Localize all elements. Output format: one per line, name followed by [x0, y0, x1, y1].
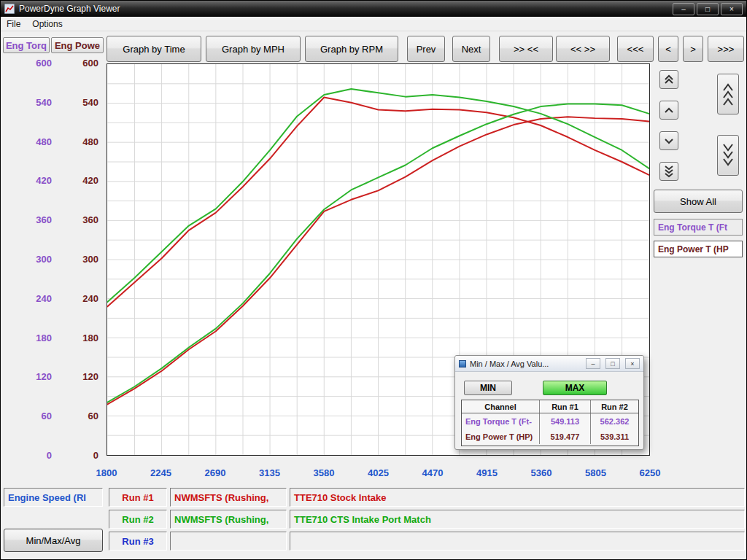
menu-bar: FileOptions: [1, 17, 746, 31]
run-label-2[interactable]: Run #2: [109, 510, 167, 529]
col-run2[interactable]: Run #2: [590, 400, 638, 413]
x-tick: 3580: [314, 467, 335, 478]
graph-by-rpm-button[interactable]: Graph by RPM: [305, 36, 398, 62]
chevron-up-icon: [664, 106, 674, 114]
scale-down-fast-button[interactable]: [659, 162, 678, 181]
min-max-avg-button[interactable]: Min/Max/Avg: [4, 529, 103, 552]
dialog-restore-button[interactable]: □: [605, 358, 620, 369]
prev-button[interactable]: Prev: [407, 36, 445, 62]
minmax-channel: Eng Torque T (Ft-: [462, 417, 539, 426]
page-left-button[interactable]: <<<: [617, 36, 654, 62]
minmax-row: Eng Power T (HP)519.477539.311: [462, 429, 638, 444]
x-tick: 4915: [476, 467, 498, 478]
max-button[interactable]: MAX: [543, 381, 607, 395]
run-label-3[interactable]: Run #3: [109, 532, 167, 551]
y-tick: 180: [36, 332, 52, 344]
minmax-channel: Eng Power T (HP): [462, 432, 539, 441]
y-tick: 120: [36, 371, 52, 383]
y-tick: 60: [42, 411, 52, 422]
legend-eng-power[interactable]: Eng Power T (HP: [654, 241, 743, 257]
col-run1[interactable]: Run #1: [539, 400, 590, 413]
y-tick: 120: [82, 371, 98, 383]
graph-by-time-button[interactable]: Graph by Time: [107, 36, 201, 62]
scale-up-button[interactable]: [659, 101, 678, 120]
x-axis: 1800224526903135358040254470491553605805…: [1, 467, 746, 481]
min-button[interactable]: MIN: [464, 381, 512, 395]
page-right-button[interactable]: >>>: [708, 36, 744, 62]
y-tick: 0: [47, 450, 52, 462]
minmax-run2-value: 539.311: [590, 429, 638, 444]
next-button[interactable]: Next: [452, 36, 490, 62]
y-tick: 480: [36, 136, 52, 148]
run-label-1[interactable]: Run #1: [109, 488, 167, 507]
x-tick: 5360: [531, 467, 552, 478]
graph-by-mph-button[interactable]: Graph by MPH: [206, 36, 301, 62]
powerdyne-window: PowerDyne Graph Viewer – □ × FileOptions…: [0, 0, 747, 560]
x-tick: 3135: [259, 467, 280, 478]
minmax-dialog: Min / Max / Avg Valu... – □ × MIN MAX Ch…: [454, 355, 644, 450]
show-all-button[interactable]: Show All: [654, 190, 743, 213]
x-tick: 2690: [205, 467, 226, 478]
legend-eng-torque[interactable]: Eng Torque T (Ft: [654, 219, 743, 236]
zoom-out-button[interactable]: << >>: [556, 36, 610, 62]
legend-eng-power-label: Eng Power T (HP: [658, 244, 729, 254]
pan-up-button[interactable]: [717, 74, 739, 114]
maximize-button[interactable]: □: [697, 3, 719, 15]
y-tick: 60: [88, 411, 98, 422]
minmax-table: Channel Run #1 Run #2 Eng Torque T (Ft-5…: [461, 400, 639, 446]
chevron-down-icon: [664, 136, 674, 145]
step-right-button[interactable]: >: [683, 36, 703, 62]
run-desc-1[interactable]: TTE710 Stock Intake: [290, 488, 745, 507]
run-source-1[interactable]: NWMSFTS (Rushing,: [170, 488, 287, 507]
menu-file[interactable]: File: [7, 19, 20, 29]
x-tick: 2245: [150, 467, 171, 478]
col-channel: Channel: [462, 402, 539, 411]
title-bar[interactable]: PowerDyne Graph Viewer – □ ×: [1, 1, 746, 17]
y-tick: 360: [36, 214, 52, 226]
pan-down-button[interactable]: [717, 135, 739, 176]
caption-buttons: – □ ×: [673, 3, 743, 15]
y-tick: 600: [36, 58, 52, 69]
minmax-run1-value: 549.113: [539, 413, 590, 429]
close-button[interactable]: ×: [721, 3, 743, 15]
minimize-button[interactable]: –: [673, 3, 694, 15]
run-source-2[interactable]: NWMSFTS (Rushing,: [170, 510, 287, 529]
minmax-table-header: Channel Run #1 Run #2: [462, 400, 638, 413]
dialog-title: Min / Max / Avg Valu...: [470, 359, 581, 368]
y-tick: 540: [36, 97, 52, 109]
y-tick: 540: [82, 97, 98, 109]
x-tick: 4025: [368, 467, 389, 478]
minmax-run1-value: 519.477: [539, 429, 590, 444]
scale-down-button[interactable]: [659, 131, 678, 150]
run-desc-3[interactable]: [290, 532, 745, 551]
y-tick: 480: [82, 136, 98, 148]
dialog-minimize-button[interactable]: –: [586, 358, 600, 369]
legend-eng-torque-label: Eng Torque T (Ft: [658, 222, 727, 233]
y-tick: 180: [82, 332, 98, 344]
dialog-close-button[interactable]: ×: [625, 358, 640, 369]
dialog-icon: [459, 360, 466, 368]
y-tick: 240: [36, 293, 52, 305]
x-tick: 1800: [96, 467, 117, 478]
zoom-in-button[interactable]: >> <<: [499, 36, 553, 62]
y-tick: 360: [82, 214, 98, 226]
y-tick: 240: [82, 293, 98, 305]
y-tick: 0: [93, 450, 98, 462]
x-channel-field[interactable]: Engine Speed (RI: [4, 488, 103, 507]
x-tick: 5805: [585, 467, 606, 478]
run-source-3[interactable]: [170, 532, 287, 551]
scale-up-fast-button[interactable]: [659, 70, 678, 89]
x-tick: 6250: [640, 467, 661, 478]
double-chevron-up-icon: [664, 74, 674, 85]
minmax-dialog-titlebar[interactable]: Min / Max / Avg Valu... – □ ×: [455, 356, 643, 372]
run-desc-2[interactable]: TTE710 CTS Intake Port Match: [290, 510, 745, 529]
step-left-button[interactable]: <: [658, 36, 678, 62]
y-tick: 300: [36, 254, 52, 265]
minmax-table-rows: Eng Torque T (Ft-549.113562.362Eng Power…: [462, 413, 638, 444]
triple-chevron-down-big-icon: [722, 143, 734, 168]
x-tick: 4470: [422, 467, 444, 478]
y-tick: 420: [36, 175, 52, 187]
y-tick: 420: [82, 175, 98, 187]
minmax-run2-value: 562.362: [590, 413, 638, 429]
app-icon: [4, 4, 15, 14]
